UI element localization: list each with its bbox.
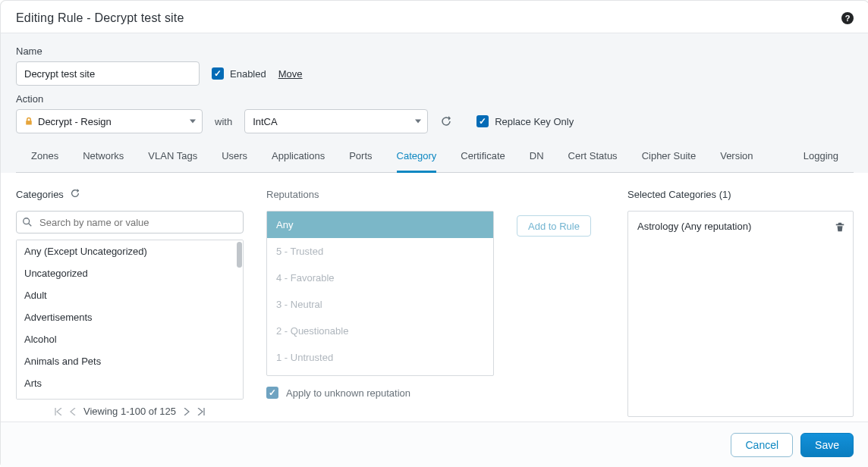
refresh-icon[interactable] <box>440 115 452 127</box>
replace-key-only-checkbox[interactable]: ✓ Replace Key Only <box>476 115 574 127</box>
svg-line-1 <box>29 224 32 227</box>
apply-unknown-label: Apply to unknown reputation <box>286 387 410 399</box>
dialog-window: Editing Rule - Decrypt test site ? Name … <box>0 0 868 467</box>
search-icon <box>22 217 33 227</box>
selected-column: Selected Categories (1) Astrology (Any r… <box>627 185 854 417</box>
categories-list-item[interactable]: Any (Except Uncategorized) <box>17 240 243 262</box>
reputation-item[interactable]: 4 - Favorable <box>267 265 493 291</box>
add-to-rule-button[interactable]: Add to Rule <box>517 215 591 237</box>
categories-column: Categories Any (Except Uncategorized) Un… <box>16 185 244 417</box>
reputation-item[interactable]: 2 - Questionable <box>267 318 493 344</box>
checkbox-icon: ✓ <box>212 67 224 80</box>
categories-list-item[interactable]: Adult <box>17 284 243 306</box>
help-icon[interactable]: ? <box>841 12 854 24</box>
reputation-item[interactable]: 5 - Trusted <box>267 238 493 265</box>
replace-key-only-label: Replace Key Only <box>495 116 574 127</box>
selected-header: Selected Categories (1) <box>627 189 731 200</box>
categories-pagination: Viewing 1-100 of 125 <box>16 406 244 417</box>
move-link[interactable]: Move <box>278 68 303 80</box>
footer: Cancel Save <box>1 422 868 467</box>
action-select-value: Decrypt - Resign <box>38 116 112 127</box>
apply-unknown-checkbox[interactable]: ✓ Apply to unknown reputation <box>266 387 494 399</box>
categories-list-item[interactable]: Advertisements <box>17 306 243 328</box>
categories-list-item[interactable]: Alcohol <box>17 328 243 350</box>
cancel-button[interactable]: Cancel <box>731 433 793 457</box>
chevron-down-icon <box>415 120 421 124</box>
form-panel: Name ✓ Enabled Move Action Decrypt - Res… <box>1 33 868 173</box>
name-label: Name <box>16 45 854 57</box>
tab-category[interactable]: Category <box>397 143 437 173</box>
page-next-icon[interactable] <box>184 408 190 415</box>
reputation-item-any[interactable]: Any <box>267 212 493 238</box>
checkbox-icon: ✓ <box>266 387 278 399</box>
reputations-column: Reputations Any 5 - Trusted 4 - Favorabl… <box>266 185 494 417</box>
categories-list-item[interactable]: Animals and Pets <box>17 350 243 372</box>
tab-networks[interactable]: Networks <box>83 143 124 173</box>
selected-item-label: Astrology (Any reputation) <box>637 221 751 232</box>
tab-ports[interactable]: Ports <box>349 143 372 173</box>
enabled-label: Enabled <box>230 68 266 80</box>
certificate-select[interactable]: IntCA <box>244 109 428 133</box>
categories-header: Categories <box>16 189 64 200</box>
categories-search-input[interactable] <box>16 211 244 234</box>
tab-certificate[interactable]: Certificate <box>461 143 505 173</box>
category-panel: Categories Any (Except Uncategorized) Un… <box>1 173 868 422</box>
lock-icon <box>24 117 33 126</box>
tab-cipher-suite[interactable]: Cipher Suite <box>642 143 697 173</box>
categories-list-item[interactable]: Arts <box>17 372 243 394</box>
reputation-item[interactable]: 3 - Neutral <box>267 291 493 318</box>
categories-list-item[interactable]: Uncategorized <box>17 262 243 284</box>
refresh-icon[interactable] <box>70 188 82 200</box>
certificate-select-value: IntCA <box>253 116 278 127</box>
dialog-header: Editing Rule - Decrypt test site ? <box>1 1 868 33</box>
page-first-icon[interactable] <box>55 408 62 415</box>
tab-vlan-tags[interactable]: VLAN Tags <box>148 143 197 173</box>
save-button[interactable]: Save <box>800 433 854 457</box>
tab-users[interactable]: Users <box>222 143 247 173</box>
chevron-down-icon <box>190 120 196 124</box>
tab-cert-status[interactable]: Cert Status <box>568 143 618 173</box>
categories-list[interactable]: Any (Except Uncategorized) Uncategorized… <box>16 240 244 400</box>
selected-item: Astrology (Any reputation) <box>628 216 853 237</box>
svg-point-0 <box>24 218 30 224</box>
tab-dn[interactable]: DN <box>530 143 544 173</box>
action-select[interactable]: Decrypt - Resign <box>16 109 203 133</box>
enabled-checkbox[interactable]: ✓ Enabled <box>212 67 266 80</box>
name-input[interactable] <box>16 61 200 86</box>
tab-logging[interactable]: Logging <box>804 143 838 173</box>
tab-version[interactable]: Version <box>720 143 753 173</box>
page-last-icon[interactable] <box>197 408 205 415</box>
selected-list: Astrology (Any reputation) <box>627 211 854 417</box>
reputations-header: Reputations <box>266 189 319 200</box>
checkbox-icon: ✓ <box>476 115 489 127</box>
categories-list-item[interactable]: Astrology <box>17 394 243 400</box>
add-to-rule-column: Add to Rule <box>517 185 605 417</box>
page-prev-icon[interactable] <box>70 408 76 415</box>
paging-text: Viewing 1-100 of 125 <box>83 406 176 417</box>
tab-zones[interactable]: Zones <box>31 143 58 173</box>
reputation-item[interactable]: 1 - Untrusted <box>267 344 493 371</box>
action-label: Action <box>16 93 854 105</box>
dialog-title: Editing Rule - Decrypt test site <box>16 11 184 25</box>
tab-applications[interactable]: Applications <box>272 143 325 173</box>
with-label: with <box>215 116 232 127</box>
reputations-list: Any 5 - Trusted 4 - Favorable 3 - Neutra… <box>266 211 494 376</box>
trash-icon[interactable] <box>835 221 845 232</box>
tab-bar: Zones Networks VLAN Tags Users Applicati… <box>16 135 854 173</box>
